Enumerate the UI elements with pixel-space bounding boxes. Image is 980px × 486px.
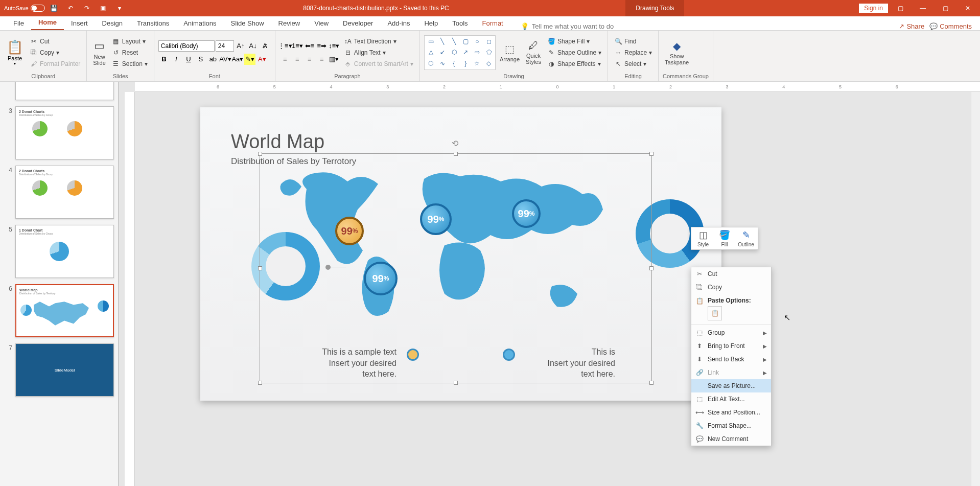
close-icon[interactable]: ✕ bbox=[958, 0, 978, 16]
select-button[interactable]: ↖Select ▾ bbox=[612, 59, 654, 69]
highlight-button[interactable]: ✎▾ bbox=[244, 54, 255, 65]
mini-outline-button[interactable]: ✎Outline bbox=[736, 229, 756, 247]
tell-me-search[interactable]: 💡 Tell me what you want to do bbox=[510, 22, 899, 30]
cut-button[interactable]: ✂Cut bbox=[28, 36, 82, 47]
vertical-scrollbar[interactable] bbox=[971, 92, 980, 486]
quick-styles-button[interactable]: 🖊Quick Styles bbox=[524, 39, 543, 66]
comments-button[interactable]: 💬Comments bbox=[929, 22, 972, 30]
mini-fill-button[interactable]: 🪣Fill bbox=[715, 229, 734, 247]
justify-button[interactable]: ≡ bbox=[316, 54, 328, 65]
bullets-button[interactable]: ⋮≡▾ bbox=[279, 40, 291, 52]
horizontal-ruler[interactable]: 6543210123456 bbox=[135, 82, 980, 92]
resize-handle[interactable] bbox=[649, 381, 654, 385]
vertical-ruler[interactable] bbox=[125, 92, 135, 486]
resize-handle[interactable] bbox=[258, 152, 262, 156]
resize-handle[interactable] bbox=[649, 266, 654, 270]
replace-button[interactable]: ↔Replace ▾ bbox=[612, 48, 654, 58]
tab-animations[interactable]: Animations bbox=[176, 16, 223, 30]
resize-handle[interactable] bbox=[454, 381, 458, 385]
numbering-button[interactable]: 1≡▾ bbox=[292, 40, 303, 52]
reset-button[interactable]: ↺Reset bbox=[110, 48, 150, 58]
italic-button[interactable]: I bbox=[171, 54, 182, 65]
ctx-link[interactable]: 🔗Link▶ bbox=[691, 366, 771, 379]
ctx-group[interactable]: ⬚Group▶ bbox=[691, 326, 771, 339]
resize-handle[interactable] bbox=[258, 381, 262, 385]
resize-handle[interactable] bbox=[649, 152, 654, 156]
thumbnail-6[interactable]: 6 World Map Distribution of Sales by Ter… bbox=[4, 284, 114, 337]
paste-option-keep-source[interactable]: 📋 bbox=[708, 306, 722, 320]
text-direction-button[interactable]: ↕AText Direction ▾ bbox=[342, 36, 415, 47]
ctx-format-shape[interactable]: 🔧Format Shape... bbox=[691, 419, 771, 432]
new-slide-button[interactable]: ▭ New Slide bbox=[91, 38, 107, 67]
slide-canvas[interactable]: World Map Distribution of Sales by Terro… bbox=[135, 92, 971, 486]
thumbnail-3[interactable]: 3 2 Donut Charts Distribution of Sales b… bbox=[4, 106, 114, 159]
minimize-icon[interactable]: — bbox=[913, 0, 933, 16]
find-button[interactable]: 🔍Find bbox=[612, 36, 654, 47]
thumbnail-7[interactable]: 7 SlideModel bbox=[4, 343, 114, 397]
redo-icon[interactable]: ↷ bbox=[80, 1, 94, 15]
ctx-save-as-picture[interactable]: Save as Picture... bbox=[691, 379, 771, 392]
tab-home[interactable]: Home bbox=[31, 15, 64, 30]
tab-review[interactable]: Review bbox=[271, 16, 308, 30]
shadow-button[interactable]: ab bbox=[207, 54, 219, 65]
tab-insert[interactable]: Insert bbox=[64, 16, 95, 30]
layout-button[interactable]: ▦Layout ▾ bbox=[110, 36, 150, 47]
outline-splitter[interactable] bbox=[119, 82, 125, 486]
present-icon[interactable]: ▣ bbox=[96, 1, 110, 15]
paste-button[interactable]: 📋 Paste ▾ bbox=[4, 39, 26, 66]
align-center-button[interactable]: ≡ bbox=[292, 54, 303, 65]
line-spacing-button[interactable]: ↕≡▾ bbox=[329, 40, 340, 52]
tab-format[interactable]: Format bbox=[475, 16, 510, 30]
thumbnail-5[interactable]: 5 1 Donut Chart Distribution of Sales by… bbox=[4, 225, 114, 278]
align-text-button[interactable]: ⊟Align Text ▾ bbox=[342, 48, 415, 58]
ctx-bring-front[interactable]: ⬆Bring to Front▶ bbox=[691, 339, 771, 353]
tab-developer[interactable]: Developer bbox=[336, 16, 380, 30]
font-color-button[interactable]: A▾ bbox=[256, 54, 268, 65]
tab-tools[interactable]: Tools bbox=[445, 16, 475, 30]
ctx-size-position[interactable]: ⟷Size and Position... bbox=[691, 406, 771, 419]
ctx-copy[interactable]: ⿻Copy bbox=[691, 281, 771, 294]
ribbon-display-icon[interactable]: ▢ bbox=[890, 0, 911, 16]
drawing-tools-tab[interactable]: Drawing Tools bbox=[625, 0, 684, 16]
ctx-cut[interactable]: ✂Cut bbox=[691, 267, 771, 281]
resize-handle[interactable] bbox=[258, 266, 262, 270]
maximize-icon[interactable]: ▢ bbox=[935, 0, 955, 16]
tab-transitions[interactable]: Transitions bbox=[130, 16, 176, 30]
arrange-button[interactable]: ⬚Arrange bbox=[498, 42, 522, 63]
slide-title[interactable]: World Map bbox=[231, 131, 324, 153]
bold-button[interactable]: B bbox=[158, 54, 170, 65]
indent-button[interactable]: ≡➡ bbox=[316, 40, 328, 52]
underline-button[interactable]: U bbox=[183, 54, 194, 65]
tab-addins[interactable]: Add-ins bbox=[380, 16, 417, 30]
align-left-button[interactable]: ≡ bbox=[279, 54, 291, 65]
selection-bounds[interactable]: ⟲ bbox=[260, 153, 652, 383]
shape-effects-button[interactable]: ◑Shape Effects ▾ bbox=[545, 59, 603, 69]
thumbnail-2-partial[interactable] bbox=[4, 82, 114, 100]
share-button[interactable]: ↗Share bbox=[899, 22, 924, 30]
ctx-new-comment[interactable]: 💬New Comment bbox=[691, 432, 771, 446]
strike-button[interactable]: S bbox=[195, 54, 206, 65]
rotate-handle-icon[interactable]: ⟲ bbox=[452, 138, 458, 148]
copy-button[interactable]: ⿻Copy ▾ bbox=[28, 48, 82, 58]
tab-help[interactable]: Help bbox=[417, 16, 445, 30]
shape-fill-button[interactable]: 🪣Shape Fill ▾ bbox=[545, 36, 603, 47]
section-button[interactable]: ☰Section ▾ bbox=[110, 59, 150, 69]
qat-dropdown-icon[interactable]: ▾ bbox=[112, 1, 127, 15]
ctx-edit-alt-text[interactable]: ⬚Edit Alt Text... bbox=[691, 392, 771, 406]
tab-view[interactable]: View bbox=[307, 16, 336, 30]
shape-outline-button[interactable]: ✎Shape Outline ▾ bbox=[545, 48, 603, 58]
autosave-toggle[interactable]: AutoSave bbox=[4, 5, 45, 12]
increase-font-icon[interactable]: A↑ bbox=[235, 40, 246, 52]
resize-handle[interactable] bbox=[454, 152, 458, 156]
clear-format-icon[interactable]: A̷ bbox=[260, 40, 271, 52]
spacing-button[interactable]: AV▾ bbox=[220, 54, 231, 65]
outdent-button[interactable]: ⬅≡ bbox=[304, 40, 315, 52]
font-name-input[interactable] bbox=[158, 40, 215, 52]
mini-style-button[interactable]: ◫Style bbox=[693, 229, 713, 247]
thumbnail-panel[interactable]: 3 2 Donut Charts Distribution of Sales b… bbox=[0, 82, 119, 486]
save-icon[interactable]: 💾 bbox=[47, 1, 61, 15]
columns-button[interactable]: ▥▾ bbox=[329, 54, 340, 65]
align-right-button[interactable]: ≡ bbox=[304, 54, 315, 65]
tab-slideshow[interactable]: Slide Show bbox=[223, 16, 271, 30]
signin-button[interactable]: Sign in bbox=[859, 4, 888, 13]
